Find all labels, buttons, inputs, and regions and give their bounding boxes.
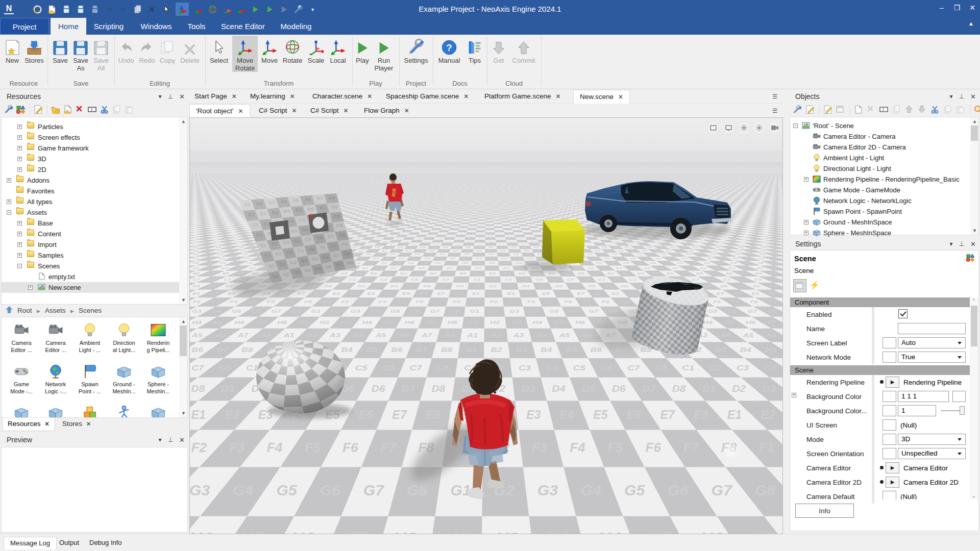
svg-text:D1: D1	[256, 232, 263, 238]
svg-text:D3: D3	[522, 383, 535, 394]
svg-text:H5: H5	[240, 529, 264, 534]
svg-text:B7: B7	[416, 346, 428, 353]
svg-text:E2: E2	[272, 241, 278, 246]
svg-text:B6: B6	[591, 346, 602, 353]
svg-text:H7: H7	[336, 262, 342, 267]
svg-text:F7: F7	[380, 440, 397, 455]
svg-text:C2: C2	[264, 221, 270, 227]
svg-text:F1: F1	[759, 440, 775, 455]
svg-text:E8: E8	[426, 408, 440, 421]
svg-text:E6: E6	[316, 235, 323, 240]
svg-text:D8: D8	[672, 383, 686, 394]
svg-text:C5: C5	[573, 363, 586, 372]
svg-text:B4: B4	[740, 346, 752, 353]
svg-text:G5: G5	[276, 482, 297, 498]
svg-text:C7: C7	[627, 363, 641, 372]
svg-text:F4: F4	[298, 248, 304, 254]
svg-text:C6: C6	[600, 363, 613, 372]
svg-text:F8: F8	[342, 241, 348, 247]
svg-text:H8: H8	[347, 260, 353, 265]
svg-text:F3: F3	[229, 440, 245, 455]
svg-text:F6: F6	[645, 440, 661, 455]
svg-text:E6: E6	[627, 408, 642, 421]
svg-text:H2: H2	[283, 271, 289, 277]
svg-text:G4: G4	[581, 482, 601, 498]
svg-text:E8: E8	[694, 408, 708, 421]
svg-text:H7: H7	[342, 529, 367, 534]
svg-text:F4: F4	[267, 440, 283, 455]
svg-text:B2: B2	[260, 211, 266, 216]
svg-text:D4: D4	[552, 383, 566, 394]
svg-text:B5: B5	[566, 346, 577, 353]
svg-text:F2: F2	[276, 251, 281, 257]
svg-text:G8: G8	[344, 251, 351, 256]
svg-text:E8: E8	[339, 232, 345, 238]
svg-text:H4: H4	[598, 529, 621, 534]
svg-text:I: I	[90, 108, 92, 112]
svg-text:H5: H5	[649, 529, 673, 534]
svg-text:B8: B8	[241, 346, 253, 353]
svg-text:A1: A1	[244, 202, 251, 207]
svg-text:G3: G3	[190, 482, 210, 498]
svg-text:C7: C7	[191, 363, 205, 372]
svg-text:D7: D7	[402, 383, 416, 394]
svg-text:F5: F5	[309, 246, 315, 252]
svg-text:C1: C1	[682, 363, 694, 372]
svg-text:C8: C8	[437, 363, 450, 372]
svg-text:A3: A3	[268, 199, 275, 205]
svg-text:D8: D8	[336, 222, 342, 228]
svg-text:A7: A7	[316, 195, 323, 201]
svg-text:B4: B4	[541, 346, 552, 353]
svg-text:E7: E7	[392, 408, 407, 421]
svg-text:E5: E5	[593, 408, 608, 421]
svg-text:B3: B3	[272, 210, 278, 215]
svg-text:A5: A5	[292, 197, 299, 203]
svg-text:H3: H3	[294, 269, 300, 275]
svg-text:G7: G7	[711, 482, 732, 498]
svg-text:D4: D4	[291, 228, 298, 234]
svg-text:C5: C5	[299, 217, 306, 222]
svg-text:C3: C3	[737, 363, 749, 372]
svg-text:F1: F1	[265, 253, 271, 258]
svg-text:B4: B4	[341, 346, 353, 353]
svg-text:D6: D6	[612, 383, 626, 394]
svg-text:G6: G6	[323, 254, 329, 260]
svg-text:D6: D6	[372, 383, 386, 394]
svg-text:G8: G8	[755, 482, 775, 498]
svg-text:D1: D1	[702, 383, 716, 394]
svg-text:C3: C3	[519, 363, 531, 372]
svg-text:C8: C8	[218, 363, 231, 372]
svg-text:F6: F6	[342, 440, 358, 455]
svg-text:B8: B8	[331, 204, 337, 210]
svg-text:B6: B6	[192, 346, 204, 353]
svg-text:D5: D5	[582, 383, 596, 394]
svg-text:B7: B7	[216, 346, 229, 353]
svg-text:C8: C8	[334, 213, 340, 219]
svg-text:H6: H6	[326, 264, 332, 269]
svg-text:H4: H4	[190, 529, 212, 534]
svg-text:G1: G1	[268, 263, 275, 269]
svg-text:H2: H2	[496, 529, 519, 534]
svg-text:G5: G5	[624, 482, 645, 498]
svg-text:E7: E7	[328, 234, 334, 239]
svg-text:H1: H1	[273, 273, 279, 279]
svg-text:G2: G2	[279, 261, 286, 267]
svg-text:C4: C4	[287, 218, 294, 224]
svg-text:G6: G6	[668, 482, 688, 498]
svg-text:?: ?	[446, 42, 452, 53]
svg-text:E6: E6	[359, 408, 374, 421]
svg-text:G3: G3	[537, 482, 558, 498]
svg-text:H6: H6	[291, 529, 315, 534]
svg-text:B5: B5	[765, 346, 777, 353]
svg-text:B8: B8	[441, 346, 453, 353]
svg-text:A8: A8	[329, 195, 335, 201]
svg-text:F3: F3	[287, 249, 292, 255]
svg-text:B6: B6	[391, 346, 403, 353]
svg-text:E2: E2	[761, 408, 775, 421]
svg-text:G4: G4	[233, 482, 253, 498]
svg-text:G5: G5	[312, 256, 318, 262]
svg-text:E3: E3	[283, 239, 289, 245]
svg-text:B5: B5	[296, 207, 302, 213]
svg-text:E2: E2	[225, 408, 239, 421]
svg-text:E4: E4	[294, 238, 300, 243]
